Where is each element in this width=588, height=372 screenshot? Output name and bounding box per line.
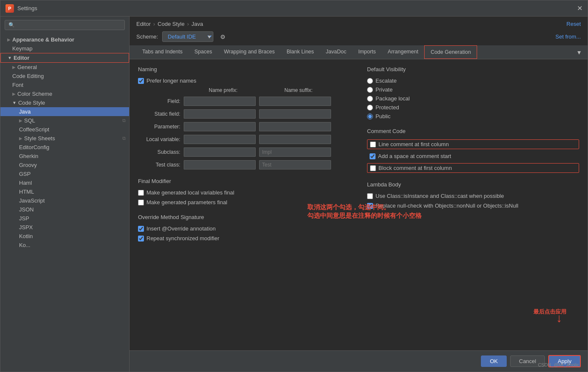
default-visibility-title: Default Visibility	[367, 66, 579, 72]
scheme-select[interactable]: Default IDE Project Custom	[162, 31, 213, 42]
breadcrumb-code-style: Code Style	[157, 21, 185, 27]
sidebar-item-keymap[interactable]: Keymap	[0, 44, 129, 53]
sidebar-item-groovy[interactable]: Groovy	[0, 161, 129, 169]
sidebar-item-coffeescript[interactable]: CoffeeScript	[0, 125, 129, 134]
apply-button[interactable]: Apply	[548, 355, 581, 367]
prefer-longer-label: Prefer longer names	[146, 78, 196, 84]
sidebar-item-appearance[interactable]: ▶ Appearance & Behavior	[0, 35, 129, 44]
sidebar-item-gherkin[interactable]: Gherkin	[0, 152, 129, 161]
override-method-section: Override Method Signature Insert @Overri…	[138, 214, 350, 242]
sidebar-item-gsp[interactable]: GSP	[0, 169, 129, 178]
local-variable-suffix-input[interactable]	[259, 135, 331, 144]
static-field-suffix-input[interactable]	[259, 109, 331, 119]
sidebar-item-javascript[interactable]: JavaScript	[0, 196, 129, 205]
line-comment-first-col-checkbox[interactable]	[370, 142, 376, 147]
scheme-label: Scheme:	[136, 33, 158, 40]
subclass-prefix-input[interactable]	[184, 147, 256, 157]
close-button[interactable]: ✕	[577, 4, 582, 12]
left-column: Naming Prefer longer names Name prefix: …	[138, 66, 350, 344]
use-classinstance-row: Use Class::isInstance and Class::cast wh…	[367, 193, 579, 199]
sidebar-item-editor[interactable]: ▼ Editor	[0, 53, 129, 63]
add-space-comment-checkbox[interactable]	[370, 153, 375, 159]
sidebar-item-font[interactable]: Font	[0, 81, 129, 89]
sidebar-item-sql[interactable]: ▶ SQL ⧉	[0, 116, 129, 125]
sidebar-item-json[interactable]: JSON	[0, 205, 129, 214]
cancel-button[interactable]: Cancel	[510, 355, 545, 367]
tab-imports[interactable]: Imports	[352, 45, 382, 59]
sidebar-item-label: JSON	[19, 206, 34, 213]
local-variable-row: Local variable:	[138, 135, 350, 144]
arrow-icon: ▼	[12, 100, 17, 105]
sidebar-item-haml[interactable]: Haml	[0, 178, 129, 187]
sidebar-item-jspx[interactable]: JSPX	[0, 223, 129, 232]
public-radio[interactable]	[367, 114, 373, 119]
static-field-label: Static field:	[138, 111, 180, 117]
gear-button[interactable]: ⚙	[218, 32, 228, 42]
add-space-comment-label: Add a space at comment start	[378, 153, 451, 159]
test-class-suffix-input[interactable]	[259, 160, 331, 169]
field-suffix-input[interactable]	[259, 97, 331, 106]
sidebar-item-label: GSP	[19, 171, 30, 177]
sidebar-item-code-style[interactable]: ▼ Code Style	[0, 98, 129, 107]
tab-wrapping[interactable]: Wrapping and Braces	[218, 45, 281, 59]
ok-button[interactable]: OK	[481, 355, 507, 367]
make-params-final-checkbox[interactable]	[138, 200, 144, 205]
subclass-suffix-input[interactable]	[259, 147, 331, 157]
tab-spaces[interactable]: Spaces	[188, 45, 218, 59]
search-box[interactable]: 🔍	[5, 20, 125, 30]
replace-null-check-row: Replace null-check with Objects::nonNull…	[367, 203, 579, 209]
tab-tabs-indents[interactable]: Tabs and Indents	[136, 45, 188, 59]
insert-override-checkbox[interactable]	[138, 226, 144, 232]
private-radio[interactable]	[367, 87, 373, 93]
arrow-icon: ▶	[12, 92, 16, 96]
subclass-row: Subclass:	[138, 147, 350, 157]
insert-override-row: Insert @Override annotation	[138, 225, 350, 232]
tab-code-generation[interactable]: Code Generation	[424, 45, 477, 59]
tabs-row: Tabs and Indents Spaces Wrapping and Bra…	[130, 45, 588, 59]
sidebar-item-label: Kotlin	[19, 233, 33, 239]
sidebar-item-jsp[interactable]: JSP	[0, 214, 129, 223]
parameter-suffix-input[interactable]	[259, 122, 331, 131]
tab-javadoc[interactable]: JavaDoc	[320, 45, 353, 59]
tab-overflow-icon[interactable]: ▾	[577, 48, 581, 56]
sidebar-item-kotlin[interactable]: Kotlin	[0, 232, 129, 241]
search-input[interactable]	[17, 22, 121, 28]
replace-null-check-checkbox[interactable]	[367, 203, 373, 209]
repeat-synchronized-checkbox[interactable]	[138, 236, 144, 242]
protected-radio[interactable]	[367, 105, 373, 111]
block-comment-first-col-label: Block comment at first column	[378, 165, 452, 171]
sidebar-item-kotlin2[interactable]: Ko...	[0, 241, 129, 250]
public-row: Public	[367, 113, 579, 119]
tab-blank-lines[interactable]: Blank Lines	[281, 45, 320, 59]
add-space-row: Add a space at comment start	[367, 152, 579, 161]
parameter-prefix-input[interactable]	[184, 122, 256, 131]
make-local-final-label: Make generated local variables final	[146, 189, 234, 196]
make-params-final-row: Make generated parameters final	[138, 199, 350, 205]
search-icon: 🔍	[8, 22, 15, 28]
reset-button[interactable]: Reset	[566, 21, 581, 27]
block-comment-first-col-checkbox[interactable]	[370, 165, 376, 171]
package-local-radio[interactable]	[367, 96, 373, 102]
sidebar-item-html[interactable]: HTML	[0, 187, 129, 196]
bottom-bar: OK Cancel Apply	[130, 350, 588, 372]
set-from-button[interactable]: Set from...	[555, 33, 581, 40]
sidebar-item-java[interactable]: Java	[0, 107, 129, 116]
local-variable-prefix-input[interactable]	[184, 135, 256, 144]
prefer-longer-checkbox[interactable]	[138, 78, 144, 84]
escalate-radio[interactable]	[367, 78, 373, 84]
breadcrumb-sep2: ›	[187, 21, 189, 27]
final-modifier-title: Final Modifier	[138, 178, 350, 184]
name-prefix-label: Name prefix:	[187, 87, 259, 93]
tab-arrangement[interactable]: Arrangement	[382, 45, 424, 59]
sidebar-item-code-editing[interactable]: Code Editing	[0, 72, 129, 81]
field-prefix-input[interactable]	[184, 97, 256, 106]
make-local-final-checkbox[interactable]	[138, 190, 144, 196]
override-method-title: Override Method Signature	[138, 214, 350, 220]
sidebar-item-color-scheme[interactable]: ▶ Color Scheme	[0, 89, 129, 98]
sidebar-item-general[interactable]: ▶ General	[0, 63, 129, 72]
sidebar-item-editorconfig[interactable]: EditorConfig	[0, 143, 129, 152]
static-field-prefix-input[interactable]	[184, 109, 256, 119]
test-class-prefix-input[interactable]	[184, 160, 256, 169]
use-classinstance-checkbox[interactable]	[367, 193, 373, 199]
sidebar-item-style-sheets[interactable]: ▶ Style Sheets ⧉	[0, 134, 129, 143]
